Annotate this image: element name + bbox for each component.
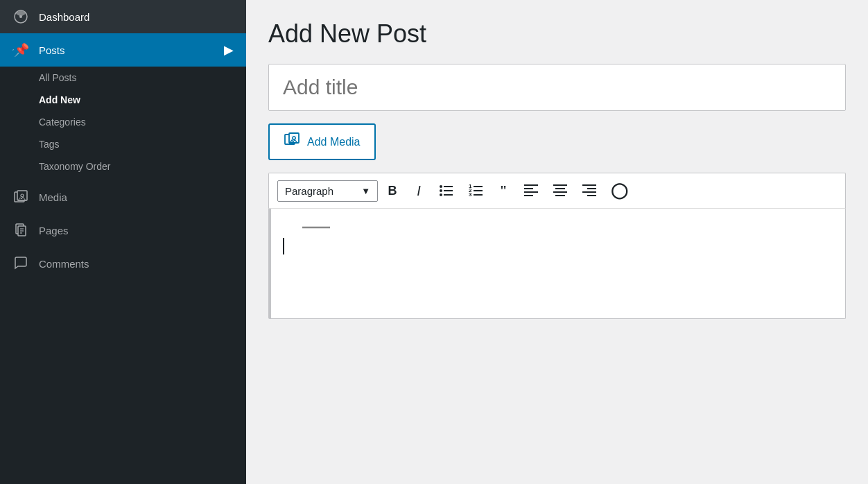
submenu-all-posts-label: All Posts <box>39 72 76 83</box>
svg-point-16 <box>440 189 442 192</box>
numbered-list-icon: 1 2 3 <box>468 182 483 200</box>
bold-button[interactable]: B <box>381 179 404 202</box>
more-options-icon: ◯ <box>611 182 628 200</box>
posts-icon: 📌 <box>12 42 29 58</box>
svg-text:3: 3 <box>469 191 472 197</box>
bullet-list-button[interactable] <box>433 179 460 202</box>
paragraph-format-label: Paragraph <box>285 185 333 197</box>
editor-section: Paragraph ▼ B I <box>268 173 846 319</box>
sidebar-item-comments[interactable]: Comments <box>0 247 246 280</box>
submenu-all-posts[interactable]: All Posts <box>0 67 246 89</box>
sidebar-comments-label: Comments <box>39 258 89 270</box>
blockquote-icon: " <box>499 184 507 198</box>
posts-arrow: ▶ <box>224 42 234 58</box>
paragraph-format-select[interactable]: Paragraph ▼ <box>277 180 378 202</box>
sidebar-posts-label: Posts <box>39 44 65 56</box>
sidebar-pages-label: Pages <box>39 225 69 236</box>
bold-icon: B <box>388 184 397 198</box>
sidebar-item-pages[interactable]: Pages <box>0 214 246 247</box>
sidebar-dashboard-label: Dashboard <box>39 11 89 23</box>
title-input-wrapper <box>268 64 846 111</box>
svg-point-1 <box>19 15 22 18</box>
editor-cursor <box>283 238 284 254</box>
align-right-button[interactable] <box>576 179 602 202</box>
submenu-categories[interactable]: Categories <box>0 111 246 133</box>
sidebar-media-label: Media <box>39 191 67 203</box>
submenu-tags-label: Tags <box>39 139 60 150</box>
bullet-list-icon <box>439 182 454 200</box>
align-right-icon <box>582 182 597 200</box>
comments-icon <box>12 255 29 272</box>
editor-left-border <box>269 209 271 318</box>
svg-point-18 <box>440 193 442 196</box>
editor-body[interactable] <box>268 208 846 319</box>
submenu-add-new[interactable]: Add New <box>0 89 246 111</box>
align-center-icon <box>553 182 568 200</box>
add-media-container: Add Media <box>268 123 846 160</box>
sidebar-item-dashboard[interactable]: Dashboard <box>0 0 246 33</box>
italic-button[interactable]: I <box>407 179 431 202</box>
page-title: Add New Post <box>268 19 846 49</box>
editor-format-indicator <box>302 220 831 232</box>
submenu-taxonomy-order[interactable]: Taxonomy Order <box>0 155 246 178</box>
editor-toolbar: Paragraph ▼ B I <box>268 173 846 208</box>
numbered-list-button[interactable]: 1 2 3 <box>462 179 489 202</box>
main-content: Add New Post Add Media Paragraph ▼ <box>246 0 868 484</box>
submenu-taxonomy-order-label: Taxonomy Order <box>39 161 110 172</box>
post-title-input[interactable] <box>269 64 845 110</box>
more-options-button[interactable]: ◯ <box>605 179 634 202</box>
italic-icon: I <box>417 183 421 199</box>
align-center-button[interactable] <box>547 179 573 202</box>
align-left-button[interactable] <box>518 179 544 202</box>
media-icon <box>12 189 29 205</box>
sidebar-item-media[interactable]: Media <box>0 180 246 214</box>
pages-icon <box>12 222 29 239</box>
svg-point-2 <box>13 49 14 50</box>
align-left-icon <box>523 182 539 200</box>
add-media-button[interactable]: Add Media <box>268 123 376 160</box>
paragraph-dropdown-arrow: ▼ <box>361 186 370 196</box>
sidebar: Dashboard 📌 Posts ▶ All Posts Add New Ca… <box>0 0 246 484</box>
svg-point-14 <box>440 185 442 188</box>
sidebar-item-posts[interactable]: 📌 Posts ▶ <box>0 33 246 67</box>
add-media-label: Add Media <box>307 136 361 148</box>
submenu-categories-label: Categories <box>39 116 86 128</box>
submenu-tags[interactable]: Tags <box>0 133 246 155</box>
add-media-icon <box>284 132 300 152</box>
submenu-add-new-label: Add New <box>39 94 80 105</box>
blockquote-button[interactable]: " <box>492 179 515 202</box>
dashboard-icon <box>12 8 29 25</box>
